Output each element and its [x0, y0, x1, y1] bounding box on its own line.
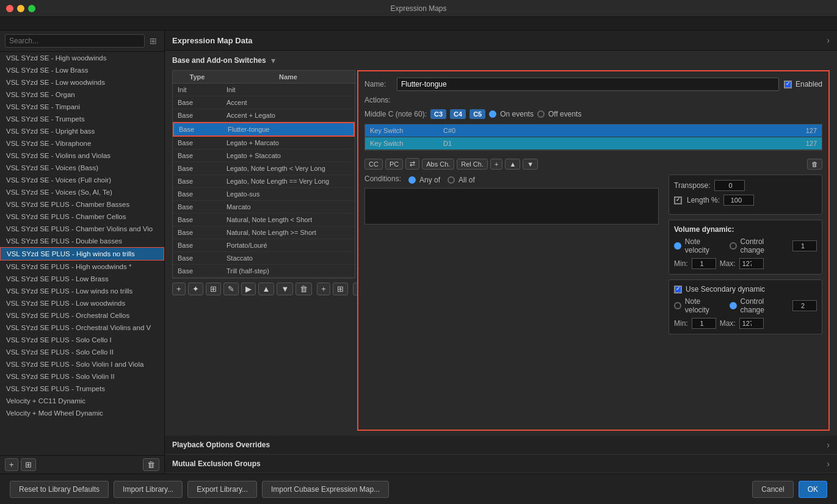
- cc-value-input[interactable]: [792, 240, 817, 251]
- sidebar-item-15[interactable]: VSL SYzd SE PLUS - Double basses: [0, 235, 164, 247]
- delete-item-button[interactable]: 🗑: [143, 458, 159, 471]
- transpose-input[interactable]: [714, 180, 745, 191]
- sidebar-item-20[interactable]: VSL SYzd SE PLUS - Low woodwinds: [0, 297, 164, 309]
- note-velocity-dot[interactable]: [674, 242, 681, 250]
- name-input[interactable]: [397, 77, 779, 91]
- switch-row-11[interactable]: Base Natural, Note Length >= Short: [173, 226, 355, 239]
- sidebar-item-3[interactable]: VSL SYzd SE - Organ: [0, 88, 164, 101]
- delete-switch-button[interactable]: 🗑: [295, 283, 312, 295]
- sidebar-item-23[interactable]: VSL SYzd SE PLUS - Solo Cello I: [0, 334, 164, 346]
- maximize-button[interactable]: [28, 5, 35, 12]
- base-switches-collapse-button[interactable]: ▾: [271, 56, 275, 65]
- sidebar-item-26[interactable]: VSL SYzd SE PLUS - Solo Violin II: [0, 370, 164, 383]
- sidebar-item-28[interactable]: Velocity + CC11 Dynamic: [0, 395, 164, 407]
- switch-row-8[interactable]: Base Legato-sus: [173, 188, 355, 201]
- sidebar-item-14[interactable]: VSL SYzd SE PLUS - Chamber Violins and V…: [0, 223, 164, 235]
- up-switch-button[interactable]: ▲: [258, 283, 275, 295]
- use-secondary-checkbox[interactable]: [674, 286, 682, 293]
- sidebar-item-16[interactable]: VSL SYzd SE PLUS - High winds no trills: [0, 247, 164, 261]
- ok-button[interactable]: OK: [799, 481, 827, 498]
- sidebar-item-27[interactable]: VSL SYzd SE PLUS - Trumpets: [0, 383, 164, 395]
- sidebar-item-12[interactable]: VSL SYzd SE PLUS - Chamber Basses: [0, 198, 164, 211]
- switch-row-1[interactable]: Base Accent: [173, 96, 355, 109]
- add-switch-special-button[interactable]: ✦: [188, 283, 203, 295]
- ks-pc-button[interactable]: PC: [385, 159, 403, 170]
- switch-row-6[interactable]: Base Legato, Note Length < Very Long: [173, 162, 355, 175]
- max-input[interactable]: [739, 258, 764, 269]
- middle-c-c4-button[interactable]: C4: [450, 109, 466, 119]
- control-change-dot[interactable]: [730, 242, 737, 250]
- sidebar-item-0[interactable]: VSL SYzd SE - High woodwinds: [0, 52, 164, 64]
- add-copy-button[interactable]: ⊞: [21, 458, 36, 471]
- sidebar-item-6[interactable]: VSL SYzd SE - Upright bass: [0, 125, 164, 137]
- playback-options-header[interactable]: Playback Options Overrides ›: [165, 436, 837, 454]
- mutual-exclusion-header[interactable]: Mutual Exclusion Groups ›: [165, 455, 837, 473]
- copy-switch-button[interactable]: ⊞: [206, 283, 221, 295]
- sidebar-item-13[interactable]: VSL SYzd SE PLUS - Chamber Cellos: [0, 211, 164, 223]
- enabled-checkbox[interactable]: [784, 81, 792, 88]
- search-input[interactable]: [5, 34, 145, 48]
- ks-delete-button[interactable]: 🗑: [807, 159, 822, 170]
- filter-button[interactable]: ⊞: [147, 35, 159, 47]
- sidebar-item-19[interactable]: VSL SYzd SE PLUS - Low winds no trills: [0, 285, 164, 297]
- switch-row-7[interactable]: Base Legato, Note Length == Very Long: [173, 175, 355, 188]
- sidebar-item-1[interactable]: VSL SYzd SE - Low Brass: [0, 64, 164, 76]
- all-of-dot[interactable]: [447, 176, 455, 184]
- secondary-control-change-dot[interactable]: [730, 302, 737, 309]
- sidebar-item-2[interactable]: VSL SYzd SE - Low woodwinds: [0, 76, 164, 88]
- secondary-min-input[interactable]: [692, 318, 716, 329]
- ks-down-button[interactable]: ▼: [523, 159, 538, 170]
- min-input[interactable]: [692, 258, 716, 269]
- down-switch-button[interactable]: ▼: [277, 283, 293, 295]
- play-switch-button[interactable]: ▶: [241, 283, 256, 295]
- middle-c-c5-button[interactable]: C5: [469, 109, 485, 119]
- switch-row-5[interactable]: Base Legato + Staccato: [173, 149, 355, 162]
- ks-add-button[interactable]: +: [490, 159, 502, 170]
- sidebar-item-10[interactable]: VSL SYzd SE - Voices (Full choir): [0, 174, 164, 186]
- import-cubase-button[interactable]: Import Cubase Expression Map...: [262, 481, 389, 498]
- switch-row-3[interactable]: Base Flutter-tongue: [173, 122, 355, 137]
- secondary-max-input[interactable]: [739, 318, 764, 329]
- add-action-button[interactable]: +: [317, 283, 330, 295]
- sidebar-item-25[interactable]: VSL SYzd SE PLUS - Solo Violin I and Vio…: [0, 358, 164, 370]
- sidebar-item-5[interactable]: VSL SYzd SE - Trumpets: [0, 113, 164, 125]
- ks-row-0[interactable]: Key Switch C#0 127: [365, 124, 822, 137]
- ks-abs-button[interactable]: Abs Ch.: [422, 159, 454, 170]
- ks-row-1[interactable]: Key Switch D1 127: [365, 137, 822, 150]
- ks-cc-button[interactable]: CC: [364, 159, 383, 170]
- mutual-exclusion-collapse-button[interactable]: ›: [827, 459, 830, 469]
- sidebar-item-29[interactable]: Velocity + Mod Wheel Dynamic: [0, 407, 164, 419]
- add-item-button[interactable]: +: [5, 458, 18, 471]
- sidebar-item-17[interactable]: VSL SYzd SE PLUS - High woodwinds *: [0, 261, 164, 273]
- switch-row-0[interactable]: Init Init: [173, 84, 355, 96]
- minimize-button[interactable]: [17, 5, 24, 12]
- ks-up-button[interactable]: ▲: [505, 159, 520, 170]
- sidebar-item-11[interactable]: VSL SYzd SE - Voices (So, Al, Te): [0, 186, 164, 198]
- reset-library-button[interactable]: Reset to Library Defaults: [10, 481, 109, 498]
- sidebar-item-21[interactable]: VSL SYzd SE PLUS - Orchestral Cellos: [0, 309, 164, 322]
- sidebar-item-8[interactable]: VSL SYzd SE - Violins and Violas: [0, 149, 164, 162]
- off-events-dot[interactable]: [537, 110, 545, 118]
- sidebar-item-24[interactable]: VSL SYzd SE PLUS - Solo Cello II: [0, 346, 164, 358]
- cancel-button[interactable]: Cancel: [752, 481, 793, 498]
- sidebar-item-9[interactable]: VSL SYzd SE - Voices (Bass): [0, 162, 164, 174]
- sidebar-item-7[interactable]: VSL SYzd SE - Vibraphone: [0, 137, 164, 149]
- import-library-button[interactable]: Import Library...: [114, 481, 183, 498]
- secondary-cc-input[interactable]: [792, 300, 817, 311]
- secondary-note-velocity-dot[interactable]: [674, 302, 681, 309]
- close-button[interactable]: [6, 5, 13, 12]
- export-library-button[interactable]: Export Library...: [187, 481, 257, 498]
- any-of-dot[interactable]: [408, 176, 416, 184]
- sidebar-item-22[interactable]: VSL SYzd SE PLUS - Orchestral Violins an…: [0, 322, 164, 334]
- ks-arrow-button[interactable]: ⇄: [405, 158, 419, 170]
- ks-rel-button[interactable]: Rel Ch.: [457, 159, 488, 170]
- on-events-dot[interactable]: [489, 110, 496, 118]
- switch-row-10[interactable]: Base Natural, Note Length < Short: [173, 214, 355, 226]
- copy-action-button[interactable]: ⊞: [333, 283, 348, 295]
- playback-collapse-button[interactable]: ›: [827, 440, 830, 450]
- switch-row-12[interactable]: Base Portato/Louré: [173, 239, 355, 252]
- length-checkbox[interactable]: [674, 196, 682, 204]
- length-input[interactable]: [723, 195, 754, 206]
- sidebar-item-4[interactable]: VSL SYzd SE - Timpani: [0, 101, 164, 113]
- switch-row-2[interactable]: Base Accent + Legato: [173, 109, 355, 122]
